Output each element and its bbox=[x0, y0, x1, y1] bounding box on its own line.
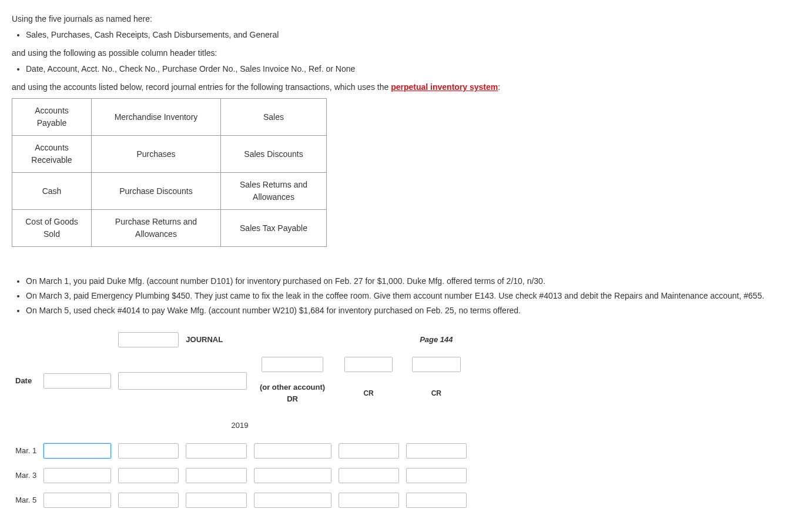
header-col6-input[interactable] bbox=[412, 357, 461, 372]
intro-bullet-1: Sales, Purchases, Cash Receipts, Cash Di… bbox=[26, 29, 782, 41]
journal-entry-row: Mar. 3 bbox=[12, 463, 470, 488]
journal-title-row: JOURNAL Page 144 bbox=[12, 327, 470, 352]
accounts-cell: Sales bbox=[221, 99, 327, 136]
intro-line-3: and using the accounts listed below, rec… bbox=[12, 81, 782, 93]
entry-input-col3[interactable] bbox=[186, 468, 246, 483]
header-cr2-label: CR bbox=[431, 389, 441, 397]
entry-input-col6[interactable] bbox=[406, 468, 467, 483]
accounts-cell: Purchases bbox=[92, 136, 221, 173]
header-col5-input[interactable] bbox=[344, 357, 393, 372]
accounts-cell: Cost of Goods Sold bbox=[12, 210, 92, 247]
header-col2-input[interactable] bbox=[118, 372, 246, 390]
header-other-account-line2: DR bbox=[287, 394, 298, 403]
table-row: Cash Purchase Discounts Sales Returns an… bbox=[12, 173, 327, 210]
accounts-cell: Accounts Payable bbox=[12, 99, 92, 136]
entry-input-col4[interactable] bbox=[254, 443, 331, 459]
header-col4-input[interactable] bbox=[262, 357, 324, 372]
journal-year-row: 2019 bbox=[12, 409, 470, 439]
intro-line-3-pre: and using the accounts listed below, rec… bbox=[12, 82, 391, 92]
entry-input-col2[interactable] bbox=[118, 468, 179, 483]
table-row: Accounts Payable Merchandise Inventory S… bbox=[12, 99, 327, 136]
entry-date: Mar. 1 bbox=[15, 446, 36, 455]
accounts-cell: Sales Tax Payable bbox=[221, 210, 327, 247]
entry-input-col1[interactable] bbox=[43, 443, 111, 459]
intro-bullet-2: Date, Account, Acct. No., Check No., Pur… bbox=[26, 63, 782, 75]
header-other-account-line1: (or other account) bbox=[260, 383, 325, 392]
intro-bullet-list-1: Sales, Purchases, Cash Receipts, Cash Di… bbox=[12, 29, 782, 41]
journal-entry-row: Mar. 1 bbox=[12, 439, 470, 463]
entry-input-col6[interactable] bbox=[406, 493, 467, 508]
entry-input-col4[interactable] bbox=[254, 493, 331, 508]
table-row: Accounts Receivable Purchases Sales Disc… bbox=[12, 136, 327, 173]
intro-line-1: Using the five journals as named here: bbox=[12, 13, 782, 25]
accounts-cell: Sales Returns and Allowances bbox=[221, 173, 327, 210]
intro-bullet-list-2: Date, Account, Acct. No., Check No., Pur… bbox=[12, 63, 782, 75]
accounts-cell: Purchase Discounts bbox=[92, 173, 221, 210]
entry-input-col4[interactable] bbox=[254, 468, 331, 483]
entry-input-col3[interactable] bbox=[186, 493, 246, 508]
accounts-cell: Accounts Receivable bbox=[12, 136, 92, 173]
intro-line-3-post: : bbox=[498, 82, 500, 92]
transaction-item: On March 3, paid Emergency Plumbing $450… bbox=[26, 290, 782, 302]
journal-name-input[interactable] bbox=[118, 332, 179, 347]
entry-input-col5[interactable] bbox=[339, 493, 399, 508]
header-col1-input[interactable] bbox=[43, 373, 111, 389]
journal-area: JOURNAL Page 144 Date (or other account)… bbox=[12, 327, 470, 513]
accounts-table: Accounts Payable Merchandise Inventory S… bbox=[12, 98, 327, 247]
accounts-cell: Cash bbox=[12, 173, 92, 210]
transactions-list: On March 1, you paid Duke Mfg. (account … bbox=[12, 275, 782, 317]
entry-input-col5[interactable] bbox=[339, 468, 399, 483]
header-date-label: Date bbox=[15, 376, 32, 385]
entry-date: Mar. 3 bbox=[15, 471, 36, 480]
transaction-item: On March 1, you paid Duke Mfg. (account … bbox=[26, 275, 782, 287]
entry-date: Mar. 5 bbox=[15, 496, 36, 504]
journal-header-row: Date bbox=[12, 352, 470, 377]
perpetual-inventory-system-link[interactable]: perpetual inventory system bbox=[391, 82, 498, 92]
entry-input-col6[interactable] bbox=[406, 443, 467, 459]
journal-year: 2019 bbox=[232, 421, 249, 430]
accounts-cell: Purchase Returns and Allowances bbox=[92, 210, 221, 247]
transaction-item: On March 5, used check #4014 to pay Wake… bbox=[26, 305, 782, 317]
entry-input-col3[interactable] bbox=[186, 443, 246, 459]
entry-input-col2[interactable] bbox=[118, 443, 179, 459]
entry-input-col2[interactable] bbox=[118, 493, 179, 508]
accounts-cell: Sales Discounts bbox=[221, 136, 327, 173]
journal-entry-row: Mar. 5 bbox=[12, 488, 470, 513]
header-cr1-label: CR bbox=[363, 389, 373, 397]
table-row: Cost of Goods Sold Purchase Returns and … bbox=[12, 210, 327, 247]
entry-input-col1[interactable] bbox=[43, 468, 111, 483]
journal-page-label: Page 144 bbox=[420, 335, 453, 344]
intro-line-2: and using the following as possible colu… bbox=[12, 47, 782, 59]
entry-input-col1[interactable] bbox=[43, 493, 111, 508]
accounts-cell: Merchandise Inventory bbox=[92, 99, 221, 136]
journal-label: JOURNAL bbox=[186, 335, 223, 344]
entry-input-col5[interactable] bbox=[339, 443, 399, 459]
